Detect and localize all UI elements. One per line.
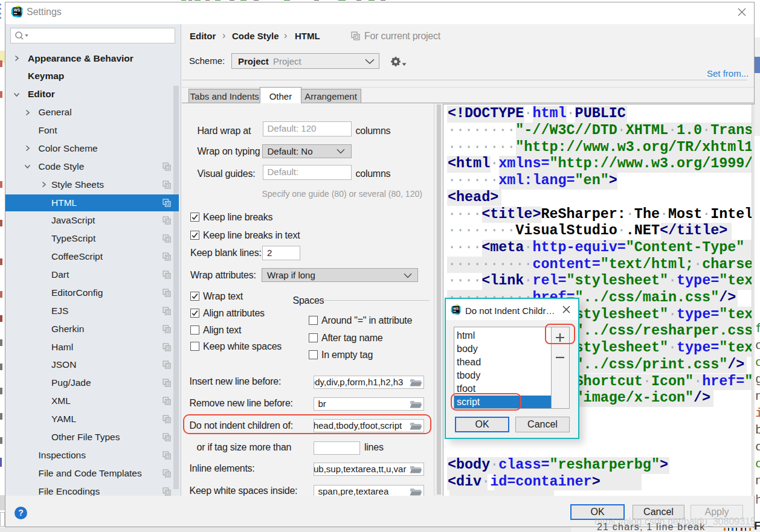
svg-text:WS: WS <box>453 307 459 310</box>
svg-text:WS: WS <box>14 8 21 12</box>
